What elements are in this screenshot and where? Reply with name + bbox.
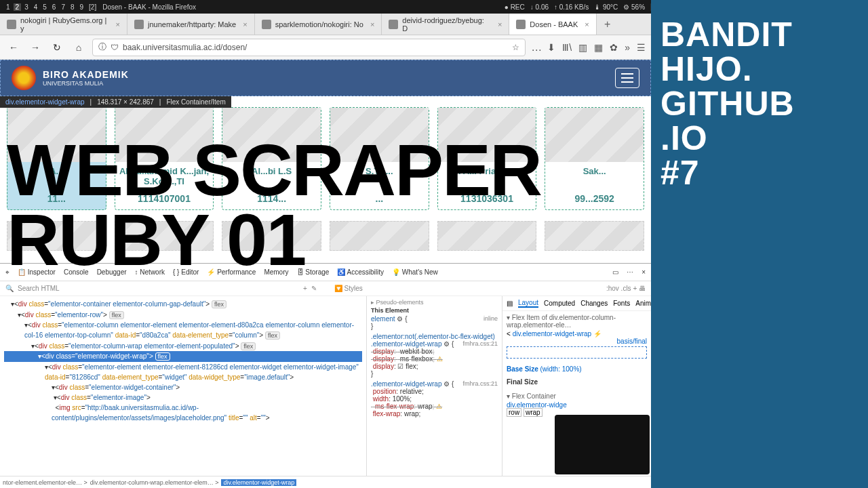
tab-inspector[interactable]: 📋 Inspector bbox=[18, 268, 56, 276]
responsive-icon[interactable]: ▭ bbox=[612, 268, 618, 276]
workspace-list[interactable]: 123456789[2] bbox=[4, 3, 98, 11]
new-tab-button[interactable]: + bbox=[597, 14, 618, 35]
devtools-searchbar[interactable]: 🔍Search HTML +✎ 🔽 Styles :hov .cls + 🖶 bbox=[0, 281, 651, 296]
tab[interactable]: deivid-rodriguez/byebug: D× bbox=[382, 14, 509, 35]
close-icon[interactable]: × bbox=[116, 20, 120, 28]
card[interactable]: Dr. A... Priadi, ...H.1131036301 bbox=[437, 107, 537, 210]
card[interactable]: S.T., ...... bbox=[330, 107, 429, 210]
close-devtools-icon[interactable]: × bbox=[642, 268, 646, 276]
menu-icon[interactable]: ☰ bbox=[637, 42, 646, 53]
tab[interactable]: nokogiri | RubyGems.org | y× bbox=[0, 14, 127, 35]
browser-tabstrip: nokogiri | RubyGems.org | y× jnunemaker/… bbox=[0, 14, 651, 35]
favicon-icon bbox=[516, 20, 526, 29]
pick-element-icon[interactable]: ⌖ bbox=[5, 268, 9, 277]
devtools: ⌖ 📋 Inspector Console Debugger ↕ Network… bbox=[0, 263, 651, 488]
site-title: BIRO AKADEMIK UNIVERSITAS MULIA bbox=[43, 69, 129, 87]
tab[interactable]: sparklemotion/nokogiri: No× bbox=[255, 14, 382, 35]
webcam-keyboard bbox=[555, 415, 650, 474]
card-row-2 bbox=[0, 221, 651, 251]
download-icon[interactable]: ⬇ bbox=[547, 42, 555, 53]
url-toolbar: ← → ↻ ⌂ ⓘ 🛡 baak.universitasmulia.ac.id/… bbox=[0, 35, 651, 60]
dom-breadcrumbs[interactable]: ntor-element.elementor-ele… > div.elemen… bbox=[0, 476, 651, 488]
url-input[interactable]: ⓘ 🛡 baak.universitasmulia.ac.id/dosen/ ☆ bbox=[92, 39, 526, 56]
favicon-icon bbox=[134, 20, 144, 29]
inspector-tooltip: div.elementor-widget-wrap |148.317 × 242… bbox=[0, 96, 231, 108]
styles-panel[interactable]: ▸ Pseudo-elements This Element element ⚙… bbox=[366, 296, 502, 476]
site-logo-icon bbox=[12, 66, 36, 90]
home-button[interactable]: ⌂ bbox=[71, 42, 87, 53]
tab-active[interactable]: Dosen - BAAK× bbox=[509, 14, 596, 35]
favicon-icon bbox=[7, 20, 16, 29]
temp: 🌡 90°C bbox=[594, 3, 618, 11]
close-icon[interactable]: × bbox=[243, 20, 247, 28]
back-button[interactable]: ← bbox=[5, 42, 22, 53]
info-icon[interactable]: ⓘ bbox=[98, 41, 106, 53]
net-up: ↑ 0.16 KB/s bbox=[554, 3, 589, 11]
close-icon[interactable]: × bbox=[585, 20, 589, 28]
card[interactable]: Sak...99...2592 bbox=[545, 107, 644, 210]
video-title-banner: BANDIT HIJO. GITHUB .IO #7 bbox=[651, 0, 868, 488]
more-icon[interactable]: ⋯ bbox=[627, 268, 633, 276]
dom-tree[interactable]: ▾<div class="elementor-container element… bbox=[0, 296, 366, 476]
favicon-icon bbox=[262, 20, 271, 29]
rules-icon[interactable]: ▤ bbox=[507, 300, 513, 307]
net-down: ↓ 0.06 bbox=[530, 3, 549, 11]
card[interactable]: Al...bi L.S1114... bbox=[222, 107, 321, 210]
tab[interactable]: jnunemaker/httparty: Make× bbox=[127, 14, 255, 35]
hamburger-button[interactable] bbox=[615, 68, 639, 88]
card-row: A...11... Abdullahamid K...jan, S.Kom.,T… bbox=[0, 96, 651, 221]
reload-button[interactable]: ↻ bbox=[49, 42, 65, 53]
site-header: BIRO AKADEMIK UNIVERSITAS MULIA bbox=[0, 60, 651, 96]
library-icon[interactable]: Ⅲ\ bbox=[562, 42, 572, 53]
card[interactable]: Abdullahamid K...jan, S.Kom.,TI111410700… bbox=[115, 107, 214, 210]
close-icon[interactable]: × bbox=[498, 20, 502, 28]
favicon-icon bbox=[389, 20, 398, 29]
sidebar-icon[interactable]: ▥ bbox=[578, 42, 587, 53]
forward-button[interactable]: → bbox=[27, 42, 43, 53]
layout-panel[interactable]: ▤ Layout Computed Changes Fonts Animat ▾… bbox=[502, 296, 651, 476]
overflow-icon[interactable]: » bbox=[625, 42, 630, 53]
extensions-icon[interactable]: ▦ bbox=[594, 42, 603, 53]
window-title: Dosen - BAAK - Mozilla Firefox bbox=[102, 3, 196, 11]
devtools-tabbar[interactable]: ⌖ 📋 Inspector Console Debugger ↕ Network… bbox=[0, 264, 651, 281]
page-viewport: BIRO AKADEMIK UNIVERSITAS MULIA div.elem… bbox=[0, 60, 651, 263]
shield-icon[interactable]: 🛡 bbox=[111, 43, 119, 52]
card-highlighted[interactable]: A...11... bbox=[7, 107, 106, 210]
puzzle-icon[interactable]: ✿ bbox=[610, 42, 618, 53]
rec-indicator: ● REC bbox=[505, 3, 525, 11]
close-icon[interactable]: × bbox=[370, 20, 374, 28]
bookmark-star-icon[interactable]: ☆ bbox=[512, 43, 519, 52]
